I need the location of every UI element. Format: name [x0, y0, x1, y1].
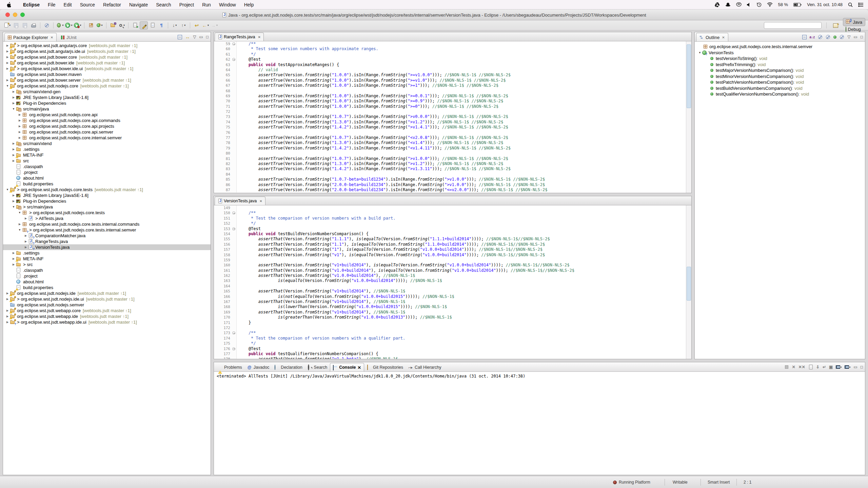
code-line[interactable]: 60 * Test some version numbers with appr… — [214, 46, 686, 52]
code-line[interactable]: 70 assertTrue(Version.fromString("1.0.0"… — [214, 99, 686, 104]
tree-item[interactable]: ▶org.eclipse.wst.jsdt.nodejs.core.api.pr… — [3, 123, 211, 129]
outline-package[interactable]: org.eclipse.wst.jsdt.nodejs.core.tests.i… — [695, 44, 865, 50]
code-line[interactable]: 65 assertTrue(Version.fromString("1.0.0"… — [214, 73, 686, 78]
link-with-editor-icon[interactable]: ↔ — [185, 34, 190, 40]
menu-source[interactable]: Source — [76, 2, 99, 7]
save-all-button[interactable] — [21, 21, 29, 29]
menu-help[interactable]: Help — [240, 2, 258, 7]
code-line[interactable]: 177 public void testQualifierVersionNumb… — [214, 351, 686, 357]
tree-item[interactable]: ▶J> AllTests.java — [3, 216, 211, 221]
tab-problems[interactable]: Problems — [215, 363, 245, 371]
chevron-collapsed-icon[interactable]: ▶ — [23, 240, 28, 243]
console-output[interactable]: <terminated> AllTests [JUnit] /Library/J… — [214, 372, 865, 381]
outline-method[interactable]: testMinorVersionNumbersComparison() : vo… — [695, 74, 865, 80]
collapse-all-icon[interactable] — [178, 35, 182, 39]
chevron-collapsed-icon[interactable]: ▶ — [23, 217, 28, 220]
tree-item[interactable]: ▼?> org.eclipse.wst.jsdt.nodejs.core.tes… — [3, 227, 211, 233]
chevron-collapsed-icon[interactable]: ▶ — [5, 79, 10, 82]
fold-column[interactable] — [232, 346, 237, 351]
code-line[interactable]: 75 assertTrue(Version.fromString("1.4.2"… — [214, 125, 686, 130]
code-area[interactable]: 149 150 /**151 * Test the comparison of … — [214, 205, 686, 359]
tree-item[interactable]: ▶org.eclipse.wst.jsdt.bower.server[webto… — [3, 77, 211, 83]
code-line[interactable]: 174 * Test the comparison of version num… — [214, 336, 686, 341]
launch-progress[interactable]: Running Platform — [613, 476, 650, 488]
code-line[interactable]: 163 is(equalTo(Version.fromString("v1.0.… — [214, 278, 686, 283]
tree-item[interactable]: ▶org.eclipse.wst.jsdt.webapp.ide[webtool… — [3, 313, 211, 319]
code-line[interactable]: 170 is(greaterThan(Version.fromString("v… — [214, 315, 686, 320]
chevron-expanded-icon[interactable]: ▼ — [17, 228, 22, 231]
tree-item[interactable]: ▶> src — [3, 262, 211, 267]
tab-call-hierarchy[interactable]: ⌐▸Call Hierarchy — [406, 363, 444, 371]
outline-method[interactable]: testVersionToString() : void — [695, 56, 865, 62]
tree-item[interactable]: ▶org.eclipse.wst.jsdt.bower.ide[webtools… — [3, 60, 211, 66]
chevron-collapsed-icon[interactable]: ▶ — [5, 61, 10, 64]
code-line[interactable]: 86 assertTrue(Version.fromString("2.0.0-… — [214, 182, 686, 187]
code-line[interactable]: 59 /** — [214, 41, 686, 46]
notification-center-icon[interactable] — [858, 3, 863, 7]
tab-junit[interactable]: JUnit — [57, 33, 80, 41]
chevron-collapsed-icon[interactable]: ▶ — [5, 309, 10, 312]
close-icon[interactable]: ✕ — [258, 35, 260, 39]
menu-eclipse[interactable]: Eclipse — [19, 2, 44, 7]
tree-item[interactable]: ▶Plug-in Dependencies — [3, 198, 211, 204]
code-line[interactable]: 150 /** — [214, 210, 686, 216]
fold-column[interactable] — [232, 41, 237, 46]
last-edit-location-button[interactable]: ↩ — [193, 21, 201, 29]
tab-search[interactable]: Search — [305, 363, 330, 371]
word-wrap-button[interactable]: ↵ — [823, 365, 826, 369]
code-line[interactable]: 84 — [214, 172, 686, 177]
tree-item[interactable]: ▶.settings — [3, 146, 211, 152]
debug-button[interactable]: ▾ — [56, 21, 64, 29]
code-line[interactable]: 154 public void testBuildVersionNumbersC… — [214, 231, 686, 237]
tree-item[interactable]: ▶org.eclipse.wst.jsdt.nodejs.ide[webtool… — [3, 290, 211, 296]
menu-bar-clock[interactable]: Ven. 31 oct. 10:48 — [807, 2, 843, 7]
tree-item[interactable]: org.eclipse.wst.jsdt.nodejs.semver — [3, 302, 211, 308]
close-icon[interactable]: ✕ — [259, 199, 262, 203]
minimize-view-icon[interactable]: ▭ — [853, 35, 857, 39]
code-line[interactable]: 151 * Test the comparison of version num… — [214, 216, 686, 221]
tree-item[interactable]: ▼> org.eclipse.wst.jsdt.nodejs.core.test… — [3, 187, 211, 192]
chevron-collapsed-icon[interactable]: ▶ — [11, 96, 16, 99]
code-line[interactable]: 176 @Test — [214, 346, 686, 351]
new-wizard-button[interactable]: +▾ — [3, 21, 11, 29]
minimize-button[interactable]: ▭ — [853, 365, 857, 369]
tree-item[interactable]: ▼org.eclipse.wst.jsdt.nodejs.core[webtoo… — [3, 83, 211, 89]
code-line[interactable]: 169 assertThat(Version.fromString("v1+bu… — [214, 310, 686, 315]
forward-button[interactable]: →▾ — [210, 21, 218, 29]
tree-item[interactable]: ▶META-INF — [3, 152, 211, 158]
collapse-all-icon[interactable] — [802, 35, 807, 39]
fold-column[interactable] — [232, 330, 237, 336]
tree-item[interactable]: ▶org.eclipse.wst.jsdt.webapp.core[webtoo… — [3, 308, 211, 313]
code-line[interactable]: 173 /** — [214, 330, 686, 336]
code-line[interactable]: 153 @Test — [214, 226, 686, 231]
tree-item[interactable]: .project — [3, 169, 211, 175]
menu-navigate[interactable]: Navigate — [125, 2, 152, 7]
tree-item[interactable]: ▶META-INF — [3, 256, 211, 262]
code-line[interactable]: 152 */ — [214, 221, 686, 226]
maximize-view-icon[interactable]: □ — [861, 35, 863, 39]
code-line[interactable]: 72 — [214, 109, 686, 114]
tree-item[interactable]: ▶org.eclipse.wst.jsdt.nodejs.core.tests.… — [3, 221, 211, 227]
tree-item-selected[interactable]: ▶J?VersionTests.java — [3, 244, 211, 250]
tab-package-explorer[interactable]: Package Explorer✕ — [4, 33, 57, 41]
chevron-collapsed-icon[interactable]: ▶ — [5, 56, 10, 59]
code-line[interactable]: 162 assertThat(Version.fromString("v1.0.… — [214, 273, 686, 278]
outline-class[interactable]: ▼?VersionTests — [695, 50, 865, 56]
pin-console-button[interactable]: ▣ — [829, 365, 833, 369]
code-line[interactable]: 160 assertThat(Version.fromString("v1+bu… — [214, 263, 686, 268]
fold-column[interactable] — [232, 210, 237, 216]
code-line[interactable]: 73 assertTrue(Version.fromString("1.0.7"… — [214, 114, 686, 119]
code-line[interactable]: 71 assertTrue(Version.fromString("1.0.0"… — [214, 104, 686, 109]
tree-item[interactable]: ▶org.eclipse.wst.jsdt.bower.core[webtool… — [3, 54, 211, 60]
tab-declaration[interactable]: Declaration — [272, 363, 305, 371]
chevron-collapsed-icon[interactable]: ▶ — [23, 246, 28, 249]
hide-static-members-icon[interactable] — [826, 35, 830, 39]
cup-icon[interactable] — [736, 2, 742, 7]
chevron-collapsed-icon[interactable]: ▶ — [11, 257, 16, 260]
view-menu-icon[interactable]: ▽ — [193, 35, 196, 39]
tab-versiontests-java[interactable]: J VersionTests.java✕ — [215, 197, 265, 205]
apple-menu-icon[interactable] — [7, 2, 12, 7]
back-button[interactable]: ←▾ — [201, 21, 210, 29]
chevron-collapsed-icon[interactable]: ▶ — [11, 142, 16, 145]
maximize-view-icon[interactable]: □ — [206, 35, 209, 39]
